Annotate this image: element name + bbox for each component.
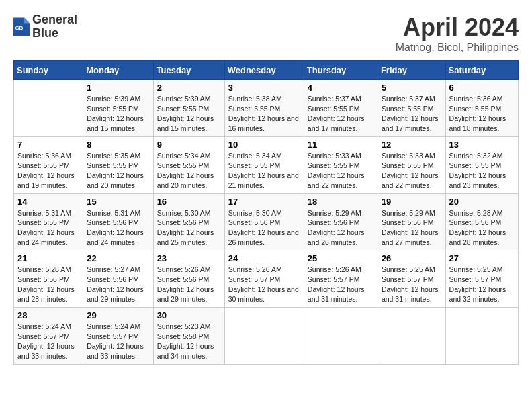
calendar-cell [14,80,83,137]
day-number: 13 [449,140,515,150]
day-number: 9 [157,140,221,150]
day-info: Sunrise: 5:39 AMSunset: 5:55 PMDaylight:… [87,94,149,134]
day-info: Sunrise: 5:32 AMSunset: 5:55 PMDaylight:… [449,151,515,191]
calendar-table: Sunday Monday Tuesday Wednesday Thursday… [13,60,519,365]
calendar-cell: 27Sunrise: 5:25 AMSunset: 5:57 PMDayligh… [445,250,518,308]
day-info: Sunrise: 5:37 AMSunset: 5:55 PMDaylight:… [308,94,374,134]
header-monday: Monday [83,61,153,80]
day-number: 30 [157,310,221,320]
day-info: Sunrise: 5:34 AMSunset: 5:55 PMDaylight:… [228,151,300,191]
logo-line2: Blue [32,27,77,40]
day-info: Sunrise: 5:28 AMSunset: 5:56 PMDaylight:… [449,208,515,248]
calendar-cell: 2Sunrise: 5:39 AMSunset: 5:55 PMDaylight… [153,80,224,137]
day-info: Sunrise: 5:28 AMSunset: 5:56 PMDaylight:… [17,265,79,304]
calendar-cell [445,308,518,365]
header-friday: Friday [378,61,445,80]
day-info: Sunrise: 5:30 AMSunset: 5:56 PMDaylight:… [157,208,221,248]
header-row: Sunday Monday Tuesday Wednesday Thursday… [14,61,519,80]
day-number: 28 [17,310,79,320]
header-tuesday: Tuesday [153,61,224,80]
day-info: Sunrise: 5:24 AMSunset: 5:57 PMDaylight:… [87,322,149,361]
day-info: Sunrise: 5:35 AMSunset: 5:55 PMDaylight:… [87,151,149,191]
day-number: 25 [308,253,374,263]
calendar-cell: 29Sunrise: 5:24 AMSunset: 5:57 PMDayligh… [83,308,153,365]
day-info: Sunrise: 5:38 AMSunset: 5:55 PMDaylight:… [228,94,300,134]
svg-marker-1 [24,17,30,23]
calendar-cell: 4Sunrise: 5:37 AMSunset: 5:55 PMDaylight… [304,80,378,137]
day-info: Sunrise: 5:37 AMSunset: 5:55 PMDaylight:… [382,94,442,134]
logo-line1: General [32,13,77,27]
calendar-header: Sunday Monday Tuesday Wednesday Thursday… [14,61,519,80]
day-number: 3 [228,83,300,93]
day-number: 12 [382,140,442,150]
day-number: 8 [87,140,149,150]
day-info: Sunrise: 5:26 AMSunset: 5:57 PMDaylight:… [308,265,374,304]
day-number: 20 [449,197,515,207]
day-info: Sunrise: 5:33 AMSunset: 5:55 PMDaylight:… [382,151,442,191]
day-number: 5 [382,83,442,93]
day-number: 22 [87,253,149,263]
day-number: 19 [382,197,442,207]
calendar-cell: 16Sunrise: 5:30 AMSunset: 5:56 PMDayligh… [153,193,224,250]
calendar-cell: 1Sunrise: 5:39 AMSunset: 5:55 PMDaylight… [83,80,153,137]
calendar-cell: 14Sunrise: 5:31 AMSunset: 5:55 PMDayligh… [14,193,83,250]
title-area: April 2024 Matnog, Bicol, Philippines [396,13,519,54]
calendar-subtitle: Matnog, Bicol, Philippines [396,42,519,54]
day-number: 16 [157,197,221,207]
day-number: 7 [17,140,79,150]
day-info: Sunrise: 5:31 AMSunset: 5:55 PMDaylight:… [17,208,79,248]
calendar-cell [378,308,445,365]
day-number: 2 [157,83,221,93]
day-number: 6 [449,83,515,93]
day-info: Sunrise: 5:26 AMSunset: 5:56 PMDaylight:… [157,265,221,304]
calendar-cell: 25Sunrise: 5:26 AMSunset: 5:57 PMDayligh… [304,250,378,308]
day-number: 15 [87,197,149,207]
day-info: Sunrise: 5:30 AMSunset: 5:56 PMDaylight:… [228,208,300,248]
day-info: Sunrise: 5:25 AMSunset: 5:57 PMDaylight:… [382,265,442,304]
day-number: 11 [308,140,374,150]
calendar-cell: 13Sunrise: 5:32 AMSunset: 5:55 PMDayligh… [445,136,518,193]
calendar-cell: 17Sunrise: 5:30 AMSunset: 5:56 PMDayligh… [224,193,304,250]
day-info: Sunrise: 5:39 AMSunset: 5:55 PMDaylight:… [157,94,221,134]
calendar-week-2: 7Sunrise: 5:36 AMSunset: 5:55 PMDaylight… [14,136,519,193]
day-number: 1 [87,83,149,93]
calendar-cell: 6Sunrise: 5:36 AMSunset: 5:55 PMDaylight… [445,80,518,137]
day-number: 23 [157,253,221,263]
calendar-cell [224,308,304,365]
page-header: GB General Blue April 2024 Matnog, Bicol… [13,13,519,54]
calendar-cell: 8Sunrise: 5:35 AMSunset: 5:55 PMDaylight… [83,136,153,193]
day-info: Sunrise: 5:36 AMSunset: 5:55 PMDaylight:… [449,94,515,134]
calendar-week-3: 14Sunrise: 5:31 AMSunset: 5:55 PMDayligh… [14,193,519,250]
calendar-cell: 5Sunrise: 5:37 AMSunset: 5:55 PMDaylight… [378,80,445,137]
day-number: 10 [228,140,300,150]
day-info: Sunrise: 5:27 AMSunset: 5:56 PMDaylight:… [87,265,149,304]
calendar-cell: 9Sunrise: 5:34 AMSunset: 5:55 PMDaylight… [153,136,224,193]
calendar-cell: 18Sunrise: 5:29 AMSunset: 5:56 PMDayligh… [304,193,378,250]
calendar-week-4: 21Sunrise: 5:28 AMSunset: 5:56 PMDayligh… [14,250,519,308]
logo: GB General Blue [13,13,77,40]
header-sunday: Sunday [14,61,83,80]
calendar-cell: 30Sunrise: 5:23 AMSunset: 5:58 PMDayligh… [153,308,224,365]
day-number: 24 [228,253,300,263]
calendar-week-5: 28Sunrise: 5:24 AMSunset: 5:57 PMDayligh… [14,308,519,365]
header-thursday: Thursday [304,61,378,80]
calendar-cell: 12Sunrise: 5:33 AMSunset: 5:55 PMDayligh… [378,136,445,193]
day-number: 27 [449,253,515,263]
day-number: 29 [87,310,149,320]
header-saturday: Saturday [445,61,518,80]
calendar-cell: 19Sunrise: 5:29 AMSunset: 5:56 PMDayligh… [378,193,445,250]
day-number: 14 [17,197,79,207]
calendar-cell: 22Sunrise: 5:27 AMSunset: 5:56 PMDayligh… [83,250,153,308]
header-wednesday: Wednesday [224,61,304,80]
calendar-cell: 3Sunrise: 5:38 AMSunset: 5:55 PMDaylight… [224,80,304,137]
calendar-cell: 11Sunrise: 5:33 AMSunset: 5:55 PMDayligh… [304,136,378,193]
calendar-week-1: 1Sunrise: 5:39 AMSunset: 5:55 PMDaylight… [14,80,519,137]
calendar-cell: 10Sunrise: 5:34 AMSunset: 5:55 PMDayligh… [224,136,304,193]
day-info: Sunrise: 5:25 AMSunset: 5:57 PMDaylight:… [449,265,515,304]
day-number: 21 [17,253,79,263]
day-number: 17 [228,197,300,207]
calendar-title: April 2024 [396,13,519,42]
day-number: 18 [308,197,374,207]
calendar-cell [304,308,378,365]
day-info: Sunrise: 5:29 AMSunset: 5:56 PMDaylight:… [382,208,442,248]
